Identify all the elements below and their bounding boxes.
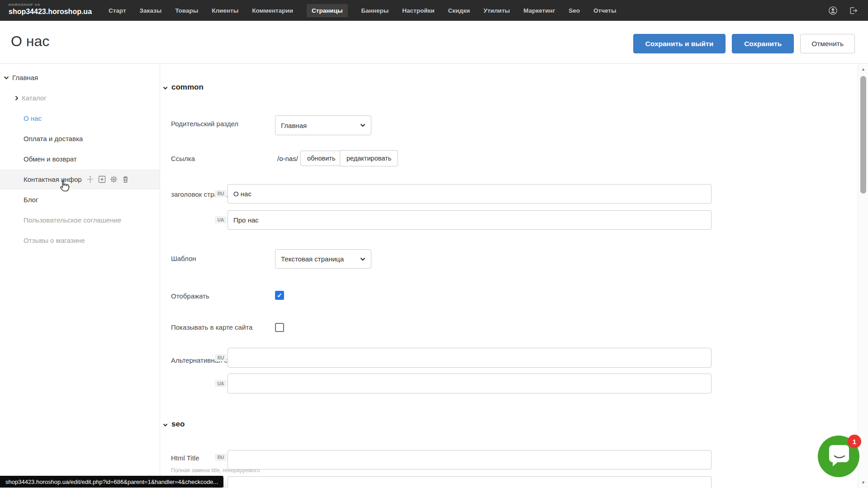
chevron-down-icon — [163, 83, 168, 92]
lang-ua-badge: UA — [215, 380, 227, 387]
sidebar-item-blog[interactable]: Блог — [0, 190, 160, 210]
add-icon[interactable] — [98, 175, 106, 183]
store-logo[interactable]: HOROSHOP V4 shop34423.horoshop.ua — [9, 3, 92, 15]
alt-link-ru-input[interactable] — [228, 348, 711, 368]
nav-utilities[interactable]: Утилиты — [484, 4, 510, 17]
section-common-toggle[interactable]: common — [163, 83, 204, 92]
move-icon[interactable] — [86, 175, 94, 183]
status-url-text: shop34423.horoshop.ua/edit/edit.php?id=6… — [5, 479, 218, 485]
link-edit-button[interactable]: редактировать — [340, 150, 398, 166]
nav-marketing[interactable]: Маркетинг — [523, 4, 555, 17]
sidebar-item-katalog[interactable]: Каталог — [0, 88, 160, 108]
save-button[interactable]: Сохранить — [732, 34, 794, 53]
topbar-icons — [828, 0, 858, 21]
checkbox-check-icon: ✓ — [277, 292, 282, 299]
chat-unread-badge: 1 — [848, 435, 861, 448]
delete-icon[interactable] — [122, 175, 129, 183]
page-title-ua-input[interactable] — [228, 210, 711, 230]
logout-icon[interactable] — [849, 6, 858, 15]
scrollbar-down-icon[interactable]: ▼ — [858, 480, 868, 485]
sidebar-item-oplata[interactable]: Оплата и доставка — [0, 128, 160, 149]
tree-item-label: Главная — [12, 74, 38, 81]
template-select[interactable]: Текстовая страница — [275, 249, 371, 269]
tree-item-label: Блог — [24, 196, 38, 204]
page-header: О нас Сохранить и выйти Сохранить Отмени… — [0, 21, 868, 64]
parent-section-label: Родительский раздел — [171, 120, 238, 128]
tree-item-label: Каталог — [22, 94, 47, 102]
nav-orders[interactable]: Заказы — [140, 4, 162, 17]
nav-comments[interactable]: Комментарии — [252, 4, 293, 17]
sidebar-item-glavnaya[interactable]: Главная — [0, 67, 160, 88]
nav-pages[interactable]: Страницы — [307, 4, 347, 17]
sitemap-checkbox[interactable] — [275, 323, 284, 332]
html-title-ua-input[interactable] — [228, 476, 711, 488]
tree-item-label: Оплата и доставка — [24, 135, 83, 142]
tree-item-label: О нас — [24, 114, 42, 122]
select-value: Главная — [281, 122, 307, 129]
page-edit-form: common Родительский раздел Главная Ссылк… — [161, 64, 858, 488]
link-label: Ссылка — [171, 155, 195, 162]
pages-tree-sidebar: Главная Каталог О нас Оплата и доставка … — [0, 64, 160, 488]
chevron-down-icon — [163, 420, 168, 429]
chevron-down-icon[interactable] — [4, 76, 9, 80]
cancel-button[interactable]: Отменить — [800, 34, 855, 53]
scrollbar[interactable]: ▲ ▼ — [858, 64, 868, 488]
nav-banners[interactable]: Баннеры — [361, 4, 389, 17]
brand-domain: shop34423.horoshop.ua — [9, 8, 92, 15]
tree-item-label: Обмен и возврат — [24, 155, 77, 163]
nav-discounts[interactable]: Скидки — [448, 4, 470, 17]
nav-clients[interactable]: Клиенты — [212, 4, 238, 17]
lang-ua-badge: UA — [215, 216, 227, 223]
lang-ru-badge: RU — [215, 190, 227, 197]
section-seo-toggle[interactable]: seo — [163, 420, 185, 429]
settings-icon[interactable] — [110, 175, 118, 183]
nav-reports[interactable]: Отчеты — [593, 4, 616, 17]
select-chevron-icon — [360, 123, 365, 127]
nav-seo[interactable]: Seo — [569, 4, 580, 17]
sidebar-item-o-nas[interactable]: О нас — [0, 108, 160, 128]
chat-widget-button[interactable]: 1 — [818, 436, 859, 477]
display-label: Отображать — [171, 292, 209, 300]
template-label: Шаблон — [171, 255, 196, 262]
sidebar-item-kontaktnaya[interactable]: Контактная инфор — [0, 169, 160, 190]
nav-products[interactable]: Товары — [175, 4, 198, 17]
chevron-right-icon[interactable] — [15, 95, 19, 101]
nav-start[interactable]: Старт — [109, 4, 126, 17]
sidebar-item-otzyvy[interactable]: Отзывы о магазине — [0, 230, 160, 251]
tree-item-label: Пользовательское соглашение — [24, 216, 121, 224]
lang-ru-badge: RU — [215, 354, 227, 361]
app-window: HOROSHOP V4 shop34423.horoshop.ua Старт … — [0, 0, 868, 488]
status-url-bar: shop34423.horoshop.ua/edit/edit.php?id=6… — [0, 476, 223, 488]
header-buttons: Сохранить и выйти Сохранить Отменить — [633, 34, 855, 53]
tree-item-label: Контактная инфор — [24, 175, 82, 183]
html-title-ru-input[interactable] — [228, 450, 711, 469]
select-chevron-icon — [360, 257, 365, 261]
scrollbar-up-icon[interactable]: ▲ — [858, 67, 868, 71]
alt-link-ua-input[interactable] — [228, 374, 711, 393]
hand-cursor-icon — [57, 178, 72, 194]
page-title-ru-input[interactable] — [228, 184, 711, 204]
page-title: О нас — [11, 33, 49, 50]
nav-settings[interactable]: Настройки — [402, 4, 434, 17]
scrollbar-thumb[interactable] — [860, 76, 866, 194]
lang-ru-badge: RU — [215, 454, 227, 461]
link-refresh-button[interactable]: обновить — [300, 151, 342, 166]
brand-version: HOROSHOP V4 — [9, 3, 92, 7]
link-path: /o-nas/ — [277, 155, 298, 162]
tree-item-label: Отзывы о магазине — [24, 237, 85, 244]
sidebar-item-obmen[interactable]: Обмен и возврат — [0, 149, 160, 169]
tree-row-actions — [86, 175, 129, 183]
select-value: Текстовая страница — [281, 255, 344, 263]
account-icon[interactable] — [828, 6, 838, 15]
chat-icon — [829, 445, 849, 469]
section-label: common — [171, 83, 204, 92]
parent-section-select[interactable]: Главная — [275, 115, 371, 135]
save-and-exit-button[interactable]: Сохранить и выйти — [633, 34, 726, 53]
html-title-label: Html Title — [171, 454, 199, 462]
sitemap-label: Показывать в карте сайта — [171, 323, 252, 331]
display-checkbox[interactable]: ✓ — [275, 291, 284, 300]
sidebar-item-soglashenie[interactable]: Пользовательское соглашение — [0, 210, 160, 230]
main-nav: Старт Заказы Товары Клиенты Комментарии … — [109, 0, 616, 21]
section-label: seo — [171, 420, 185, 429]
topbar: HOROSHOP V4 shop34423.horoshop.ua Старт … — [0, 0, 868, 21]
